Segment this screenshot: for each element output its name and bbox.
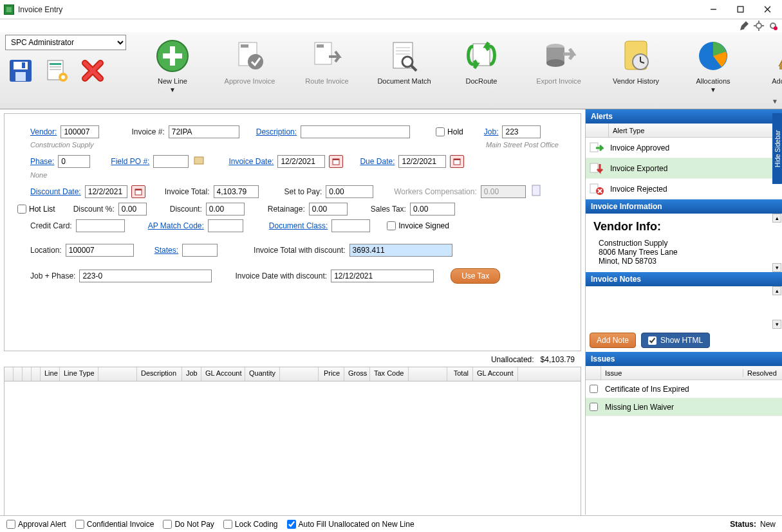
save-button[interactable] [5,57,36,85]
document-match-button[interactable]: Document Match [369,35,439,93]
phase-label[interactable]: Phase: [30,157,54,166]
scroll-up-icon[interactable]: ▴ [772,286,781,295]
credit-card-field[interactable] [76,219,125,232]
confidential-checkbox[interactable]: Confidential Invoice [75,520,154,529]
total-disc-field[interactable] [349,244,452,257]
grid-col[interactable]: Job [182,367,201,381]
vendor-history-button[interactable]: Vendor History [601,35,671,93]
invoice-date-label[interactable]: Invoice Date: [228,157,274,166]
export-invoice-button[interactable]: Export Invoice [524,35,593,93]
use-tax-button[interactable]: Use Tax [451,268,500,284]
hot-list-checkbox[interactable]: Hot List [17,205,55,214]
new-invoice-button[interactable] [41,57,72,85]
add-note-button[interactable]: Add Note [590,333,636,348]
vendor-label[interactable]: Vendor: [30,127,57,136]
grid-col[interactable] [5,367,14,381]
grid-col[interactable]: Price [319,367,344,381]
hide-sidebar-tab[interactable]: Hide Sidebar [772,113,782,184]
grid-col[interactable]: Line [41,367,60,381]
invoice-date-field[interactable] [277,155,325,168]
scroll-up-icon[interactable]: ▴ [772,214,781,223]
job-field[interactable] [502,125,541,138]
discount-date-field[interactable] [85,185,127,198]
maximize-button[interactable] [734,4,746,15]
approve-invoice-button[interactable]: Approve Invoice [215,35,284,93]
grid-col[interactable]: Total [447,367,473,381]
lock-coding-checkbox[interactable]: Lock Coding [223,520,278,529]
toolbar-expand-icon[interactable]: ▼ [772,98,778,105]
new-line-button[interactable]: New Line ▼ [138,35,207,93]
issue-row[interactable]: Missing Lien Waiver [586,398,782,416]
grid-col[interactable]: Quantity [245,367,280,381]
discount-date-label[interactable]: Discount Date: [30,187,81,196]
show-html-toggle[interactable]: Show HTML [641,333,710,348]
issue-checkbox[interactable] [590,385,598,393]
alert-row[interactable]: Invoice Approved [586,138,782,158]
alert-row[interactable]: Invoice Exported [586,158,782,179]
docroute-button[interactable]: DocRoute [447,35,516,93]
grid-col[interactable] [280,367,319,381]
grid-col[interactable]: GL Account [473,367,518,381]
scroll-down-icon[interactable]: ▾ [772,263,781,272]
retainage-field[interactable] [309,203,348,216]
close-button[interactable] [761,4,773,15]
grid-col[interactable]: Tax Code [370,367,409,381]
scroll-down-icon[interactable]: ▾ [772,320,781,329]
line-items-grid[interactable]: LineLine TypeDescriptionJobGL AccountQua… [4,367,581,518]
location-field[interactable] [66,244,134,257]
states-field[interactable] [182,244,218,257]
issue-checkbox[interactable] [590,403,598,411]
notes-body[interactable] [586,286,772,329]
set-to-pay-field[interactable] [326,185,373,198]
discount-pct-field[interactable] [118,203,147,216]
minimize-button[interactable] [707,4,719,15]
gear-icon[interactable] [754,21,764,31]
vendor-field[interactable] [61,125,99,138]
doc-class-label[interactable]: Document Class: [269,221,328,230]
doc-class-field[interactable] [331,219,370,232]
approval-alert-checkbox[interactable]: Approval Alert [6,520,66,529]
grid-col[interactable]: Gross [344,367,370,381]
grid-col[interactable] [32,367,41,381]
grid-col[interactable]: GL Account [201,367,245,381]
due-date-label[interactable]: Due Date: [360,157,395,166]
grid-col[interactable] [23,367,32,381]
states-label[interactable]: States: [154,246,178,255]
job-phase-field[interactable] [79,270,212,282]
job-label[interactable]: Job: [484,127,499,136]
hold-checkbox[interactable]: Hold [436,127,463,136]
grid-col[interactable] [14,367,23,381]
route-invoice-button[interactable]: Route Invoice [292,35,362,93]
calendar-icon[interactable] [329,155,343,168]
auto-fill-checkbox[interactable]: Auto Fill Unallocated on New Line [287,520,414,529]
alert-row[interactable]: Invoice Rejected [586,179,782,199]
user-select[interactable]: SPC Administrator [5,35,126,50]
grid-col[interactable]: Line Type [60,367,98,381]
allocations-button[interactable]: Allocations ▼ [678,35,748,93]
grid-col[interactable] [98,367,137,381]
delete-button[interactable] [77,57,108,85]
field-po-label[interactable]: Field PO #: [111,157,149,166]
issue-row[interactable]: Certificate of Ins Expired [586,380,782,398]
gear2-icon[interactable] [768,21,778,31]
description-field[interactable] [301,125,410,138]
date-disc-field[interactable] [331,270,434,282]
ap-match-field[interactable] [208,219,243,232]
do-not-pay-checkbox[interactable]: Do Not Pay [163,520,214,529]
due-date-field[interactable] [398,155,446,168]
ap-match-label[interactable]: AP Match Code: [148,221,204,230]
calendar-icon[interactable] [131,185,145,198]
add-vendor-button[interactable]: Add Vendor [756,35,782,93]
sales-tax-field[interactable] [410,203,455,216]
description-label[interactable]: Description: [256,127,297,136]
box-icon[interactable] [192,154,205,169]
pin-icon[interactable] [740,21,750,31]
grid-col[interactable] [409,367,447,381]
field-po-field[interactable] [153,155,189,168]
phase-field[interactable] [58,155,90,168]
discount-field[interactable] [206,203,245,216]
grid-col[interactable]: Description [137,367,182,381]
calendar-icon[interactable] [450,155,464,168]
invoice-total-field[interactable] [214,185,259,198]
invoice-signed-checkbox[interactable]: Invoice Signed [387,221,449,230]
